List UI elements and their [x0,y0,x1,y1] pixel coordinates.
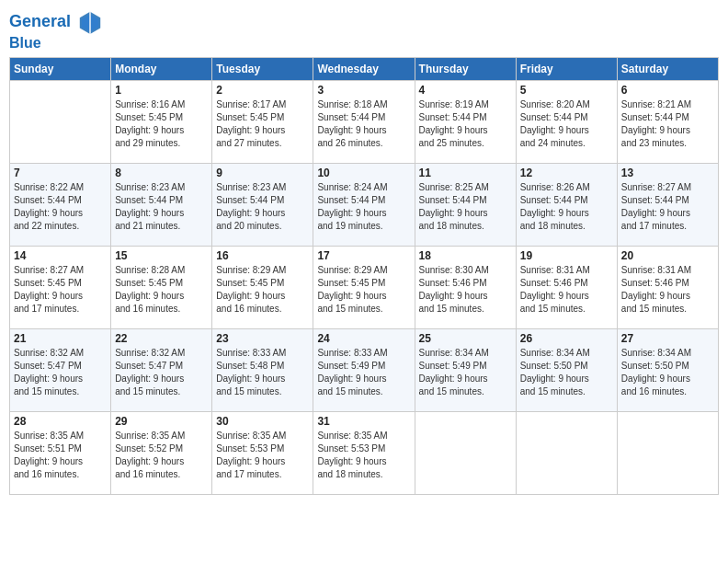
daylight-minutes: and 23 minutes. [621,137,714,150]
daylight-minutes: and 15 minutes. [520,385,613,398]
daylight-minutes: and 25 minutes. [419,137,512,150]
day-number: 13 [621,167,714,179]
header-day-saturday: Saturday [617,57,718,80]
day-info: Sunrise: 8:35 AMSunset: 5:53 PMDaylight:… [216,430,309,481]
day-info: Sunrise: 8:17 AMSunset: 5:45 PMDaylight:… [216,98,309,150]
daylight-hours: Daylight: 9 hours [14,455,107,468]
calendar-cell [516,411,617,494]
daylight-hours: Daylight: 9 hours [317,290,410,303]
daylight-hours: Daylight: 9 hours [115,207,208,220]
calendar-cell: 23Sunrise: 8:33 AMSunset: 5:48 PMDayligh… [212,328,313,411]
week-row-1: 1Sunrise: 8:16 AMSunset: 5:45 PMDaylight… [10,80,719,163]
sunrise-text: Sunrise: 8:35 AM [317,430,410,442]
day-number: 24 [317,332,410,345]
daylight-hours: Daylight: 9 hours [216,207,309,220]
sunset-text: Sunset: 5:44 PM [14,194,107,207]
calendar-cell: 4Sunrise: 8:19 AMSunset: 5:44 PMDaylight… [415,80,516,163]
sunrise-text: Sunrise: 8:34 AM [520,347,613,360]
calendar-cell: 26Sunrise: 8:34 AMSunset: 5:50 PMDayligh… [516,328,617,411]
daylight-minutes: and 20 minutes. [216,220,309,233]
sunset-text: Sunset: 5:45 PM [216,111,309,124]
calendar-cell: 28Sunrise: 8:35 AMSunset: 5:51 PMDayligh… [10,411,111,494]
sunrise-text: Sunrise: 8:19 AM [419,98,512,111]
week-row-2: 7Sunrise: 8:22 AMSunset: 5:44 PMDaylight… [10,163,719,246]
day-number: 23 [216,332,309,345]
daylight-hours: Daylight: 9 hours [14,373,107,385]
sunset-text: Sunset: 5:44 PM [216,194,309,207]
sunset-text: Sunset: 5:45 PM [115,277,208,290]
calendar-cell: 10Sunrise: 8:24 AMSunset: 5:44 PMDayligh… [313,163,415,246]
sunrise-text: Sunrise: 8:25 AM [419,181,512,194]
sunset-text: Sunset: 5:45 PM [14,277,107,290]
daylight-minutes: and 15 minutes. [621,303,714,316]
daylight-hours: Daylight: 9 hours [520,207,613,220]
day-number: 19 [520,249,613,262]
day-info: Sunrise: 8:30 AMSunset: 5:46 PMDaylight:… [419,264,512,316]
daylight-hours: Daylight: 9 hours [419,373,512,385]
daylight-hours: Daylight: 9 hours [621,207,714,220]
daylight-minutes: and 15 minutes. [317,303,410,316]
day-info: Sunrise: 8:29 AMSunset: 5:45 PMDaylight:… [317,264,410,316]
day-info: Sunrise: 8:33 AMSunset: 5:48 PMDaylight:… [216,347,309,398]
day-info: Sunrise: 8:19 AMSunset: 5:44 PMDaylight:… [419,98,512,150]
calendar-cell: 1Sunrise: 8:16 AMSunset: 5:45 PMDaylight… [111,80,212,163]
day-info: Sunrise: 8:35 AMSunset: 5:51 PMDaylight:… [14,430,107,481]
daylight-minutes: and 17 minutes. [216,468,309,481]
sunset-text: Sunset: 5:47 PM [14,360,107,373]
sunset-text: Sunset: 5:50 PM [520,360,613,373]
daylight-minutes: and 19 minutes. [317,220,410,233]
sunset-text: Sunset: 5:49 PM [419,360,512,373]
calendar-cell: 30Sunrise: 8:35 AMSunset: 5:53 PMDayligh… [212,411,313,494]
daylight-minutes: and 15 minutes. [317,385,410,398]
calendar-cell: 17Sunrise: 8:29 AMSunset: 5:45 PMDayligh… [313,246,415,328]
sunset-text: Sunset: 5:52 PM [115,442,208,455]
daylight-minutes: and 15 minutes. [419,385,512,398]
day-number: 4 [419,84,512,97]
day-info: Sunrise: 8:31 AMSunset: 5:46 PMDaylight:… [621,264,714,316]
sunset-text: Sunset: 5:46 PM [621,277,714,290]
daylight-minutes: and 27 minutes. [216,137,309,150]
day-number: 22 [115,332,208,345]
calendar-cell: 12Sunrise: 8:26 AMSunset: 5:44 PMDayligh… [516,163,617,246]
sunrise-text: Sunrise: 8:17 AM [216,98,309,111]
day-info: Sunrise: 8:32 AMSunset: 5:47 PMDaylight:… [14,347,107,398]
day-info: Sunrise: 8:34 AMSunset: 5:50 PMDaylight:… [520,347,613,398]
daylight-minutes: and 16 minutes. [216,303,309,316]
daylight-hours: Daylight: 9 hours [14,207,107,220]
daylight-hours: Daylight: 9 hours [317,124,410,137]
daylight-minutes: and 16 minutes. [115,303,208,316]
day-number: 16 [216,249,309,262]
daylight-minutes: and 15 minutes. [419,303,512,316]
day-number: 9 [216,167,309,179]
sunrise-text: Sunrise: 8:34 AM [419,347,512,360]
sunrise-text: Sunrise: 8:16 AM [115,98,208,111]
daylight-minutes: and 17 minutes. [14,303,107,316]
logo-blue-text: Blue [9,35,103,52]
daylight-hours: Daylight: 9 hours [621,373,714,385]
sunrise-text: Sunrise: 8:32 AM [14,347,107,360]
sunrise-text: Sunrise: 8:28 AM [115,264,208,277]
calendar-cell: 29Sunrise: 8:35 AMSunset: 5:52 PMDayligh… [111,411,212,494]
sunset-text: Sunset: 5:53 PM [317,442,410,455]
calendar-cell: 3Sunrise: 8:18 AMSunset: 5:44 PMDaylight… [313,80,415,163]
daylight-hours: Daylight: 9 hours [216,455,309,468]
day-number: 17 [317,249,410,262]
day-number: 21 [14,332,107,345]
day-number: 26 [520,332,613,345]
sunset-text: Sunset: 5:44 PM [621,194,714,207]
sunrise-text: Sunrise: 8:32 AM [115,347,208,360]
day-info: Sunrise: 8:35 AMSunset: 5:52 PMDaylight:… [115,430,208,481]
day-number: 29 [115,415,208,428]
daylight-minutes: and 26 minutes. [317,137,410,150]
sunrise-text: Sunrise: 8:23 AM [216,181,309,194]
day-number: 2 [216,84,309,97]
day-number: 31 [317,415,410,428]
daylight-minutes: and 18 minutes. [317,468,410,481]
sunrise-text: Sunrise: 8:29 AM [216,264,309,277]
calendar-cell: 22Sunrise: 8:32 AMSunset: 5:47 PMDayligh… [111,328,212,411]
calendar-cell: 15Sunrise: 8:28 AMSunset: 5:45 PMDayligh… [111,246,212,328]
calendar-cell: 9Sunrise: 8:23 AMSunset: 5:44 PMDaylight… [212,163,313,246]
sunset-text: Sunset: 5:45 PM [317,277,410,290]
day-info: Sunrise: 8:27 AMSunset: 5:44 PMDaylight:… [621,181,714,233]
sunset-text: Sunset: 5:51 PM [14,442,107,455]
